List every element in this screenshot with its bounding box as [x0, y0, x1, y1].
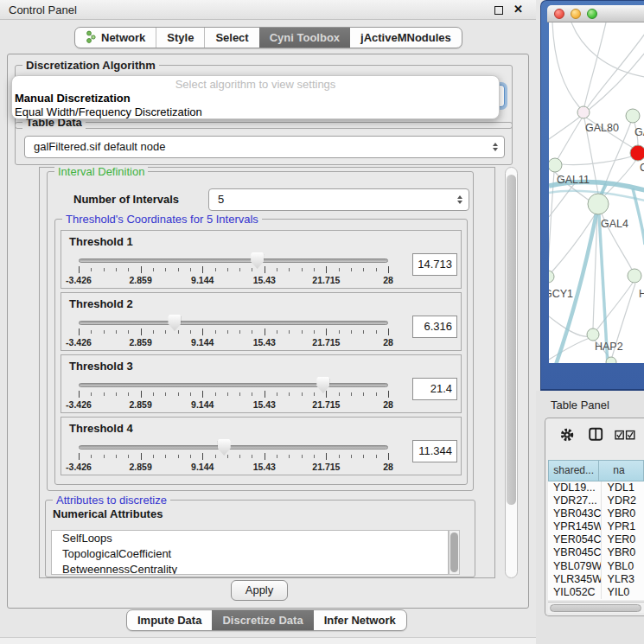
table-row[interactable]: YDR27...YDR2	[548, 494, 644, 507]
table-row[interactable]: YLR345WYLR3	[548, 573, 644, 586]
table-panel-title: Table Panel	[551, 399, 609, 411]
network-node[interactable]	[628, 269, 641, 283]
table-data-combobox[interactable]: galFiltered.sif default node	[24, 136, 505, 158]
table-row[interactable]: YDL19...YDL1	[548, 481, 644, 494]
tab-cyni-toolbox[interactable]: Cyni Toolbox	[259, 28, 350, 48]
table-body: YDL19...YDL1YDR27...YDR2YBR043CYBR0YPR14…	[548, 481, 644, 599]
tab-label: Infer Network	[324, 614, 396, 627]
scale-label: 2.859	[129, 337, 151, 348]
apply-button[interactable]: Apply	[231, 580, 288, 601]
slider-track[interactable]	[79, 258, 388, 263]
table-row[interactable]: YBR043CYBR0	[548, 507, 644, 520]
group-legend: Interval Definition	[54, 165, 148, 178]
attribute-item[interactable]: SelfLoops	[52, 531, 448, 546]
dropdown-option-manual-discretization[interactable]: Manual Discretization	[12, 92, 499, 105]
columns-icon[interactable]	[589, 427, 603, 445]
select-columns-icon[interactable]	[615, 429, 636, 444]
close-traffic-light-icon[interactable]	[554, 9, 564, 19]
attributes-scrollbar[interactable]	[449, 530, 460, 575]
column-header[interactable]: shared...	[548, 460, 599, 481]
table-row[interactable]: YER054CYER0	[548, 533, 644, 546]
threshold-value-field[interactable]: 6.316	[412, 316, 457, 338]
scale-label: 9.144	[191, 399, 214, 410]
network-node[interactable]	[549, 271, 554, 283]
node-label: GAL11	[557, 174, 590, 186]
slider-track[interactable]	[79, 445, 388, 450]
threshold-block: Threshold 2 -3.4262.8599.14415.4321.7152…	[61, 292, 462, 351]
cyni-toolbox-panel: Discretization Algorithm Table Data galF…	[7, 54, 529, 609]
scale-label: 28	[383, 399, 393, 410]
table-horizontal-scrollbar[interactable]	[548, 602, 644, 613]
numerical-attributes-list: SelfLoopsTopologicalCoefficientBetweenne…	[51, 530, 449, 575]
scale-label: 2.859	[129, 275, 151, 285]
scale-label: 21.715	[312, 275, 340, 285]
group-legend: Threshold's Coordinates for 5 Intervals	[62, 213, 262, 226]
threshold-label: Threshold 4	[69, 422, 133, 435]
node-table: shared... na YDL19...YDL1YDR27...YDR2YBR…	[548, 460, 644, 600]
slider-track[interactable]	[79, 321, 388, 325]
network-node[interactable]	[626, 109, 640, 123]
threshold-slider[interactable]: -3.4262.8599.14415.4321.71528	[79, 314, 388, 350]
threshold-value-field[interactable]: 11.344	[412, 440, 457, 462]
numerical-attributes-label: Numerical Attributes	[53, 507, 163, 520]
attribute-item[interactable]: BetweennessCentrality	[52, 562, 448, 575]
threshold-label: Threshold 1	[69, 235, 133, 248]
threshold-slider[interactable]: -3.4262.8599.14415.4321.71528	[79, 376, 388, 412]
table-row[interactable]: YIL052CYIL0	[548, 586, 644, 599]
network-node[interactable]	[587, 328, 599, 341]
table-row[interactable]: YBR045CYBR0	[548, 546, 644, 559]
threshold-value-field[interactable]: 14.713	[412, 253, 457, 276]
attribute-item[interactable]: TopologicalCoefficient	[52, 546, 448, 562]
close-icon[interactable]: ✕	[513, 3, 523, 16]
threshold-slider[interactable]: -3.4262.8599.14415.4321.71528	[79, 438, 388, 475]
node-label: GCY1	[549, 288, 573, 300]
slider-track[interactable]	[79, 383, 388, 387]
number-of-intervals-label: Number of Intervals	[73, 193, 179, 206]
network-canvas[interactable]: GAL80GACGAL11GAL4GCY1HHAP2	[549, 22, 644, 363]
network-node[interactable]	[630, 145, 644, 161]
slider-ticks	[79, 453, 388, 461]
network-node[interactable]	[577, 106, 590, 118]
float-window-icon[interactable]	[494, 6, 503, 15]
scale-label: 15.43	[253, 399, 276, 410]
top-tabbar: Network Style Select Cyni Toolbox jActiv…	[74, 27, 462, 48]
network-node[interactable]	[606, 357, 616, 363]
node-label: C	[640, 162, 644, 174]
scale-label: 28	[383, 337, 393, 348]
table-header-row: shared... na	[548, 460, 644, 481]
network-node[interactable]	[549, 158, 562, 172]
settings-scrollbar[interactable]	[505, 167, 518, 578]
number-of-intervals-combobox[interactable]: 5	[208, 188, 469, 211]
column-header[interactable]: na	[599, 460, 644, 481]
tab-label: Discretize Data	[222, 614, 303, 627]
scale-label: 21.715	[312, 462, 340, 472]
scale-label: -3.426	[66, 399, 92, 410]
tab-infer-network[interactable]: Infer Network	[314, 610, 406, 630]
network-node[interactable]	[588, 194, 609, 214]
node-label: GAL4	[601, 218, 628, 230]
gear-icon[interactable]	[559, 427, 575, 446]
tab-impute-data[interactable]: Impute Data	[127, 610, 212, 630]
table-row[interactable]: YBL079WYBL0	[548, 560, 644, 573]
scale-label: 15.43	[253, 337, 276, 348]
table-row[interactable]: YPR145WYPR1	[548, 520, 644, 533]
scale-label: 9.144	[191, 337, 214, 348]
tab-jactivemnodules[interactable]: jActiveMNodules	[350, 28, 462, 48]
zoom-traffic-light-icon[interactable]	[587, 9, 597, 19]
threshold-slider[interactable]: -3.4262.8599.14415.4321.71528	[79, 252, 388, 288]
network-icon	[86, 30, 97, 46]
slider-ticks	[79, 266, 388, 274]
network-window-titlebar[interactable]	[547, 5, 644, 22]
scale-label: 15.43	[253, 275, 276, 285]
tab-select[interactable]: Select	[204, 28, 258, 48]
tab-label: Style	[167, 31, 194, 44]
dropdown-option-equal-width-frequency[interactable]: Equal Width/Frequency Discretization	[12, 105, 499, 119]
combo-stepper-icon	[457, 195, 462, 204]
threshold-label: Threshold 3	[69, 360, 133, 373]
tab-discretize-data[interactable]: Discretize Data	[212, 610, 313, 630]
minimize-traffic-light-icon[interactable]	[571, 9, 581, 19]
node-label: GAL80	[585, 122, 619, 134]
threshold-value-field[interactable]: 21.4	[412, 378, 457, 400]
tab-network[interactable]: Network	[75, 28, 156, 48]
tab-style[interactable]: Style	[156, 28, 204, 48]
